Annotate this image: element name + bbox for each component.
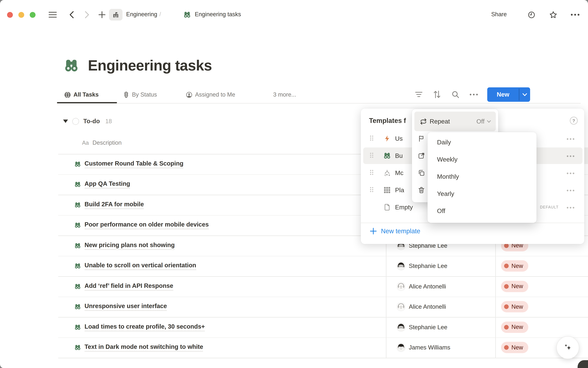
table-row[interactable]: Load times to create profile, 30 seconds… xyxy=(74,321,205,333)
clock-icon xyxy=(527,11,535,18)
ai-assistant-button[interactable] xyxy=(556,336,579,359)
task-title[interactable]: Load times to create profile, 30 seconds… xyxy=(85,323,205,331)
drag-handle-icon[interactable] xyxy=(370,153,373,159)
assignee-cell[interactable]: Stephanie Lee xyxy=(397,321,447,333)
task-title[interactable]: Text in Dark mode not switching to white xyxy=(85,343,203,352)
help-icon[interactable]: ? xyxy=(570,117,578,124)
nav-back-button[interactable] xyxy=(68,11,75,18)
table-row[interactable]: App QA Testing xyxy=(74,178,130,191)
task-title[interactable]: Poor performance on older mobile devices xyxy=(85,221,209,229)
template-more-button[interactable] xyxy=(567,170,575,176)
breadcrumb-workspace[interactable]: Engineering xyxy=(126,11,157,18)
task-title[interactable]: Add ‘ref’ field in API Response xyxy=(85,282,173,290)
page-icon xyxy=(383,203,391,211)
new-template-label: New template xyxy=(381,228,420,235)
template-more-button[interactable] xyxy=(567,204,575,210)
filter-button[interactable] xyxy=(415,91,423,98)
table-row[interactable]: Build 2FA for mobile xyxy=(74,199,144,211)
assignee-cell[interactable]: Alice Antonelli xyxy=(397,301,446,313)
traffic-light-zoom[interactable] xyxy=(30,12,36,18)
status-badge[interactable]: New xyxy=(501,281,528,292)
template-more-button[interactable] xyxy=(567,136,575,141)
status-badge[interactable]: New xyxy=(501,301,528,312)
task-title[interactable]: Customer Round Table & Scoping xyxy=(85,160,183,168)
view-more-button[interactable] xyxy=(469,93,478,96)
table-row[interactable]: Customer Round Table & Scoping xyxy=(74,158,183,170)
sidebar-menu-button[interactable] xyxy=(48,11,57,18)
avatar xyxy=(397,323,405,331)
table-line xyxy=(58,337,588,338)
task-title[interactable]: New pricing plans not showing xyxy=(85,241,175,250)
drag-handle-icon[interactable] xyxy=(370,135,373,142)
share-button[interactable]: Share xyxy=(491,11,507,18)
group-disclosure-icon[interactable] xyxy=(63,120,68,123)
traffic-light-close[interactable] xyxy=(7,12,13,18)
table-row[interactable]: Unable to scroll on vertical orientation xyxy=(74,260,196,272)
binoculars-icon xyxy=(74,283,81,290)
text-property-icon: Aa xyxy=(82,140,89,146)
new-template-button[interactable]: New template xyxy=(370,228,420,235)
traffic-light-minimize[interactable] xyxy=(18,12,24,18)
task-title[interactable]: App QA Testing xyxy=(85,180,130,189)
tab-label: 3 more... xyxy=(273,91,296,98)
table-row[interactable]: New pricing plans not showing xyxy=(74,239,175,252)
nav-forward-button[interactable] xyxy=(83,11,91,18)
sparkle-icon xyxy=(562,342,573,353)
menu-item-repeat[interactable]: Repeat Off xyxy=(414,111,496,131)
new-page-button[interactable] xyxy=(98,11,106,18)
new-button-group: New xyxy=(487,87,530,102)
repeat-label: Repeat xyxy=(430,118,450,125)
active-tab-underline xyxy=(57,102,117,103)
menu-option-off[interactable]: Off xyxy=(428,202,536,220)
drag-handle-icon[interactable] xyxy=(370,187,373,193)
tab-all-tasks[interactable]: All Tasks xyxy=(64,90,99,99)
table-row[interactable]: Add ‘ref’ field in API Response xyxy=(74,280,173,293)
tab-by-status[interactable]: By Status xyxy=(123,90,157,99)
status-badge[interactable]: New xyxy=(501,322,528,333)
table-row[interactable]: Text in Dark mode not switching to white xyxy=(74,341,203,354)
tab-more[interactable]: 3 more... xyxy=(273,90,296,99)
task-title[interactable]: Unable to scroll on vertical orientation xyxy=(85,262,196,270)
updates-button[interactable] xyxy=(527,11,535,19)
breadcrumb-page-icon-wrap xyxy=(183,11,191,18)
menu-option-weekly[interactable]: Weekly xyxy=(428,151,536,168)
breadcrumb-workspace-chip[interactable] xyxy=(109,9,123,20)
status-todo-icon xyxy=(72,118,79,125)
assignee-cell[interactable]: James Williams xyxy=(397,341,450,354)
topbar-more-button[interactable] xyxy=(570,13,580,17)
column-header-description[interactable]: Aa Description xyxy=(82,139,122,146)
claw-machine-icon xyxy=(383,169,391,176)
favorite-button[interactable] xyxy=(549,10,557,19)
breadcrumb: Engineering/ xyxy=(126,11,163,18)
drag-handle-icon[interactable] xyxy=(370,170,373,176)
group-name[interactable]: To-do xyxy=(83,118,100,125)
menu-option-daily[interactable]: Daily xyxy=(428,134,536,151)
table-row[interactable]: Unresponsive user interface xyxy=(74,301,167,313)
template-more-button[interactable] xyxy=(567,153,575,158)
assignee-cell[interactable]: Stephanie Lee xyxy=(397,260,447,272)
page-icon-wrap[interactable] xyxy=(64,58,79,73)
open-in-icon xyxy=(418,152,425,159)
status-badge[interactable]: New xyxy=(501,260,528,272)
table-line xyxy=(58,256,588,256)
menu-option-yearly[interactable]: Yearly xyxy=(428,185,536,202)
group-count: 18 xyxy=(105,118,112,125)
table-row[interactable]: Poor performance on older mobile devices xyxy=(74,219,209,231)
sort-button[interactable] xyxy=(433,90,441,99)
search-button[interactable] xyxy=(451,90,459,99)
breadcrumb-page[interactable]: Engineering tasks xyxy=(195,11,241,18)
template-label: Bu xyxy=(395,152,403,159)
assignee-name: Alice Antonelli xyxy=(409,303,446,310)
binoculars-icon xyxy=(183,11,191,18)
new-button-dropdown[interactable] xyxy=(519,87,530,102)
star-icon xyxy=(549,10,557,19)
new-button[interactable]: New xyxy=(487,87,519,102)
task-title[interactable]: Unresponsive user interface xyxy=(85,303,167,311)
status-badge[interactable]: New xyxy=(501,342,528,353)
task-title[interactable]: Build 2FA for mobile xyxy=(85,201,144,209)
menu-option-monthly[interactable]: Monthly xyxy=(428,168,536,185)
assignee-cell[interactable]: Alice Antonelli xyxy=(397,280,446,293)
row-highlight-edge xyxy=(584,147,588,164)
tab-assigned-to-me[interactable]: Assigned to Me xyxy=(186,90,235,99)
template-more-button[interactable] xyxy=(567,187,575,193)
